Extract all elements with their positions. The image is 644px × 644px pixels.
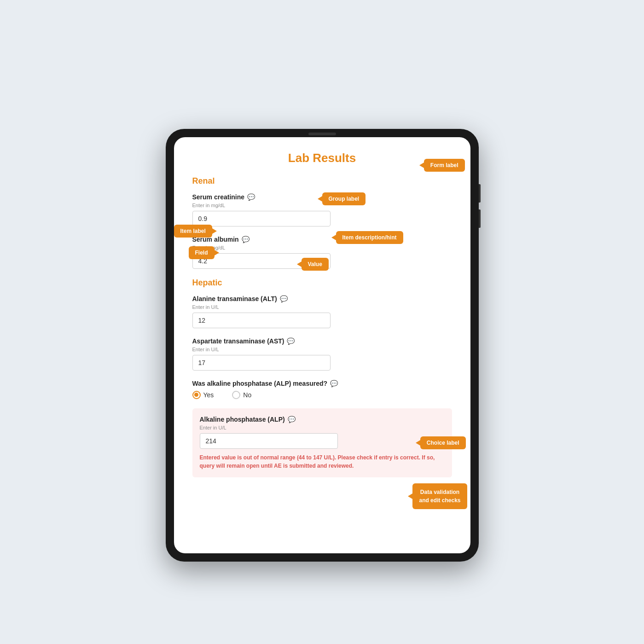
comment-icon-alp[interactable]: 💬 xyxy=(288,416,296,423)
comment-icon-ast[interactable]: 💬 xyxy=(287,337,295,345)
form-item-serum-creatinine: Serum creatinine 💬 Enter in mg/dL xyxy=(192,193,452,226)
validation-error-alp: Entered value is out of normal range (44… xyxy=(200,453,445,470)
item-label-row-alp-measured: Was alkaline phosphatase (ALP) measured?… xyxy=(192,380,452,387)
group-label-renal: Renal xyxy=(192,176,452,186)
item-label-row-ast: Aspartate transaminase (AST) 💬 xyxy=(192,337,452,345)
item-label-alp: Alkaline phosphatase (ALP) xyxy=(200,416,285,423)
radio-option-no[interactable]: No xyxy=(232,391,251,399)
item-label-row-alp: Alkaline phosphatase (ALP) 💬 xyxy=(200,416,445,423)
item-label-ast: Aspartate transaminase (AST) xyxy=(192,337,284,345)
comment-icon-alp-measured[interactable]: 💬 xyxy=(330,380,338,387)
item-label-alp-measured: Was alkaline phosphatase (ALP) measured? xyxy=(192,380,328,387)
form-item-serum-albumin: Serum albumin 💬 Enter in mg/dL xyxy=(192,236,452,269)
group-label-hepatic: Hepatic xyxy=(192,278,452,288)
item-label-serum-creatinine: Serum creatinine xyxy=(192,193,245,201)
radio-label-yes: Yes xyxy=(203,391,214,399)
field-alp[interactable] xyxy=(200,433,338,449)
tablet-screen: Lab Results Renal Serum creatinine 💬 Ent… xyxy=(174,137,470,553)
tablet-camera xyxy=(308,133,336,135)
item-label-alt: Alanine transaminase (ALT) xyxy=(192,295,277,302)
item-label-row-alt: Alanine transaminase (ALT) 💬 xyxy=(192,295,452,302)
radio-group-alp: Yes No xyxy=(192,391,452,399)
radio-label-no: No xyxy=(243,391,251,399)
form-item-ast: Aspartate transaminase (AST) 💬 Enter in … xyxy=(192,337,452,371)
item-label-row-albumin: Serum albumin 💬 xyxy=(192,236,452,243)
form-item-alp: Alkaline phosphatase (ALP) 💬 Enter in U/… xyxy=(192,408,452,477)
item-hint-alt: Enter in U/L xyxy=(192,304,452,310)
form-item-alp-measured: Was alkaline phosphatase (ALP) measured?… xyxy=(192,380,452,399)
tablet-button-1 xyxy=(479,184,481,203)
field-serum-creatinine[interactable] xyxy=(192,211,331,226)
tablet-button-2 xyxy=(479,209,481,228)
item-hint-serum-albumin: Enter in mg/dL xyxy=(192,245,452,250)
item-label-serum-albumin: Serum albumin xyxy=(192,236,239,243)
form-item-alt: Alanine transaminase (ALT) 💬 Enter in U/… xyxy=(192,295,452,328)
item-hint-ast: Enter in U/L xyxy=(192,347,452,352)
field-alt[interactable] xyxy=(192,313,331,328)
radio-circle-yes[interactable] xyxy=(192,391,201,399)
form-content: Lab Results Renal Serum creatinine 💬 Ent… xyxy=(174,137,470,553)
item-hint-serum-creatinine: Enter in mg/dL xyxy=(192,203,452,208)
comment-icon-serum-creatinine[interactable]: 💬 xyxy=(247,193,255,201)
item-label-row: Serum creatinine 💬 xyxy=(192,193,452,201)
comment-icon-alt[interactable]: 💬 xyxy=(280,295,288,302)
comment-icon-serum-albumin[interactable]: 💬 xyxy=(242,236,249,243)
item-hint-alp: Enter in U/L xyxy=(200,425,445,430)
form-title: Lab Results xyxy=(192,151,452,165)
field-serum-albumin[interactable] xyxy=(192,253,331,269)
field-ast[interactable] xyxy=(192,355,331,371)
radio-circle-no[interactable] xyxy=(232,391,240,399)
radio-option-yes[interactable]: Yes xyxy=(192,391,214,399)
